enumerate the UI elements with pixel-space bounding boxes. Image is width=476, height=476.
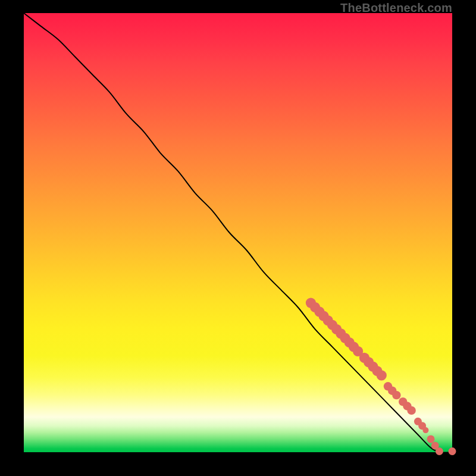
chart-stage: TheBottleneck.com: [0, 0, 476, 476]
plot-area: [24, 13, 452, 452]
curve-marker: [436, 447, 443, 455]
curve-markers: [306, 298, 456, 456]
curve-svg: [24, 13, 452, 452]
curve-marker: [407, 406, 415, 415]
curve-marker: [377, 370, 387, 380]
curve-marker: [422, 427, 428, 433]
curve-marker: [392, 391, 400, 399]
curve-marker: [449, 447, 456, 455]
curve-marker: [427, 435, 435, 443]
